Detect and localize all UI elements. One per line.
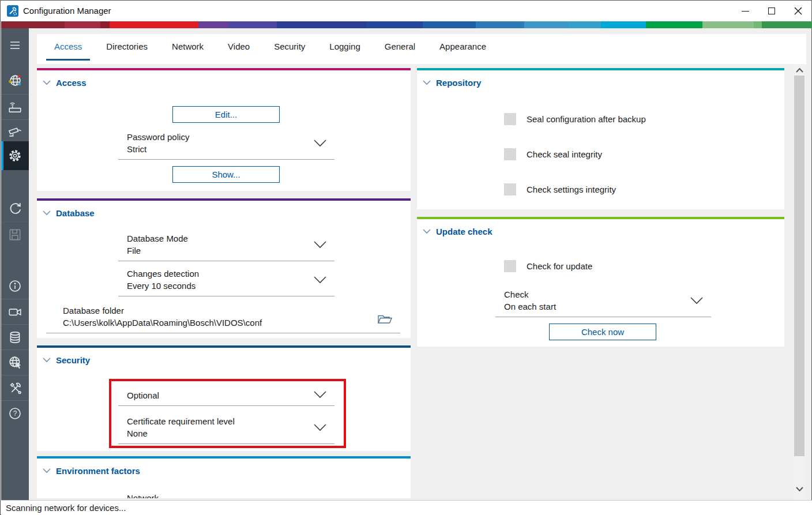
security-level-dropdown[interactable]: Optional xyxy=(118,389,334,406)
check-schedule-value: On each start xyxy=(504,300,711,313)
panel-database-header[interactable]: Database xyxy=(43,208,95,218)
panel-database: Database Database Mode File Changes dete… xyxy=(37,198,411,338)
sidebar-item-menu[interactable] xyxy=(1,33,29,58)
seal-configuration-checkbox-row[interactable]: Seal configuration after backup xyxy=(504,113,646,125)
scroll-up-button[interactable] xyxy=(793,65,806,76)
chevron-down-icon xyxy=(43,358,51,363)
tab-security[interactable]: Security xyxy=(266,34,313,61)
maximize-button[interactable] xyxy=(758,1,785,21)
sidebar-item-database[interactable] xyxy=(1,324,29,349)
check-settings-integrity-label: Check settings integrity xyxy=(527,185,616,194)
password-policy-dropdown[interactable]: Password policy Strict xyxy=(118,131,334,160)
check-now-button[interactable]: Check now xyxy=(549,324,656,340)
panel-update-title: Update check xyxy=(436,227,493,236)
chevron-down-icon xyxy=(314,240,326,251)
status-text: Scanning network for devices... xyxy=(1,503,126,513)
sidebar-item-web-access[interactable] xyxy=(1,349,29,375)
chevron-down-icon xyxy=(796,487,803,491)
minimize-button[interactable] xyxy=(732,1,758,21)
sidebar-item-video-camera[interactable] xyxy=(1,299,29,324)
panel-access-title: Access xyxy=(56,78,87,88)
status-bar: Scanning network for devices... xyxy=(1,500,812,515)
tab-access[interactable]: Access xyxy=(46,34,90,61)
window-title: Configuration Manager xyxy=(23,6,111,16)
checkbox[interactable] xyxy=(504,113,516,125)
chevron-down-icon xyxy=(314,139,326,149)
panel-environment-factors: Environment factors Network xyxy=(37,456,411,498)
database-folder-label: Database folder xyxy=(63,305,400,317)
sidebar-item-wireless-device[interactable] xyxy=(1,94,29,119)
help-icon: ? xyxy=(7,406,22,421)
network-field-label: Network xyxy=(127,492,159,498)
changes-detection-label: Changes detection xyxy=(127,268,334,280)
edit-button[interactable]: Edit... xyxy=(172,106,280,123)
sidebar-item-network-scan[interactable] xyxy=(1,67,29,93)
database-folder-field[interactable]: Database folder C:\Users\kolk\AppData\Ro… xyxy=(46,305,400,333)
changes-detection-value: Every 10 seconds xyxy=(127,280,334,292)
chevron-up-icon xyxy=(796,68,803,73)
changes-detection-dropdown[interactable]: Changes detection Every 10 seconds xyxy=(118,268,334,296)
show-button[interactable]: Show... xyxy=(172,166,280,183)
panel-security-header[interactable]: Security xyxy=(43,355,90,365)
panel-repository-header[interactable]: Repository xyxy=(423,78,481,88)
database-mode-label: Database Mode xyxy=(127,232,334,245)
checkbox[interactable] xyxy=(504,148,516,160)
sidebar-item-save[interactable] xyxy=(1,221,29,247)
settings-gear-icon xyxy=(7,148,23,164)
checkbox[interactable] xyxy=(504,183,516,196)
check-schedule-label: Check xyxy=(504,288,711,300)
sidebar-item-info[interactable] xyxy=(1,273,29,299)
sidebar-item-tools[interactable] xyxy=(1,375,29,400)
database-mode-dropdown[interactable]: Database Mode File xyxy=(118,232,334,261)
certificate-requirement-label: Certificate requirement level xyxy=(127,415,334,427)
certificate-requirement-dropdown[interactable]: Certificate requirement level None xyxy=(118,415,334,444)
panel-environment-header[interactable]: Environment factors xyxy=(43,466,140,476)
panel-security: Security Optional Certificate requiremen… xyxy=(37,345,411,451)
check-for-update-checkbox-row[interactable]: Check for update xyxy=(504,260,592,272)
panel-access: Access Edit... Password policy Strict Sh… xyxy=(37,68,411,191)
tab-appearance[interactable]: Appearance xyxy=(431,34,494,61)
tab-video[interactable]: Video xyxy=(220,34,258,61)
check-seal-integrity-checkbox-row[interactable]: Check seal integrity xyxy=(504,148,602,160)
panel-update-header[interactable]: Update check xyxy=(423,227,493,236)
certificate-requirement-value: None xyxy=(127,427,334,439)
info-icon xyxy=(7,279,22,294)
scrollbar-thumb[interactable] xyxy=(794,76,805,456)
close-button[interactable] xyxy=(785,1,811,21)
panel-access-header[interactable]: Access xyxy=(43,78,87,88)
brand-stripe xyxy=(1,21,812,28)
tab-general[interactable]: General xyxy=(377,34,423,61)
chevron-down-icon xyxy=(43,80,51,85)
check-for-update-label: Check for update xyxy=(527,261,592,271)
chevron-down-icon xyxy=(314,423,326,434)
save-icon xyxy=(7,227,22,242)
video-camera-icon xyxy=(7,305,22,319)
title-bar: Configuration Manager xyxy=(1,1,811,21)
vertical-scrollbar[interactable] xyxy=(793,64,806,500)
database-mode-value: File xyxy=(127,245,334,257)
panel-database-title: Database xyxy=(56,208,95,218)
web-access-globe-cursor-icon xyxy=(7,355,23,370)
sidebar-item-settings[interactable] xyxy=(1,141,29,170)
sidebar-item-refresh[interactable] xyxy=(1,196,29,221)
folder-browse-icon[interactable] xyxy=(377,314,392,328)
check-seal-integrity-label: Check seal integrity xyxy=(527,149,602,159)
chevron-down-icon xyxy=(314,276,326,286)
app-icon xyxy=(7,5,18,17)
svg-text:?: ? xyxy=(13,409,17,418)
cctv-camera-icon xyxy=(7,125,23,140)
checkbox[interactable] xyxy=(504,260,516,272)
panel-repository: Repository Seal configuration after back… xyxy=(417,68,784,209)
check-schedule-dropdown[interactable]: Check On each start xyxy=(495,288,711,317)
check-settings-integrity-checkbox-row[interactable]: Check settings integrity xyxy=(504,183,616,196)
scroll-down-button[interactable] xyxy=(793,484,806,494)
tab-directories[interactable]: Directories xyxy=(98,34,156,61)
tab-logging[interactable]: Logging xyxy=(321,34,368,61)
sidebar-item-help[interactable]: ? xyxy=(1,400,29,426)
tab-network[interactable]: Network xyxy=(164,34,212,61)
close-icon xyxy=(794,7,802,15)
network-scan-globe-icon xyxy=(7,73,23,88)
chevron-down-icon xyxy=(43,210,51,216)
minimize-icon xyxy=(742,11,749,12)
configuration-manager-window: Configuration Manager xyxy=(0,0,812,515)
